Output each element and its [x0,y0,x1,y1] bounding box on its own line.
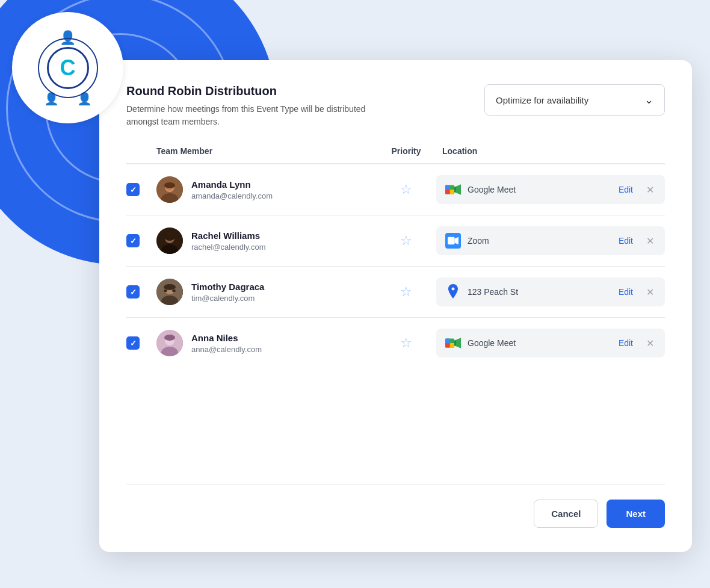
rachel-member-cell: Rachel Williams rachel@calendly.com [156,227,376,254]
amanda-checkbox[interactable]: ✓ [126,183,140,196]
anna-member-cell: Anna Niles anna@calendly.com [156,330,376,356]
timothy-info: Timothy Dagraca tim@calendly.com [191,282,264,303]
modal-header: Round Robin Distributuon Determine how m… [126,84,665,128]
svg-rect-32 [454,341,455,346]
rachel-remove-button[interactable]: ✕ [644,235,656,247]
modal-footer: Cancel Next [126,484,665,528]
anna-star-icon[interactable]: ☆ [400,335,412,351]
amanda-location-cell: Google Meet Edit ✕ [436,175,665,204]
rachel-location-name: Zoom [468,236,608,246]
amanda-info: Amanda Lynn amanda@calendly.com [191,179,273,200]
table-header-row: Team Member Priority Location [126,146,665,164]
timothy-location-badge: 123 Peach St Edit ✕ [436,277,665,306]
svg-rect-28 [445,338,450,343]
table-row: ✓ Timothy Dagraca tim@calendly [126,267,665,318]
logo-orbit-ring [38,38,98,98]
rachel-checkbox[interactable]: ✓ [126,234,140,247]
dropdown-container: Optimize for availability ⌄ [484,84,665,116]
zoom-icon [445,232,461,249]
anna-edit-button[interactable]: Edit [614,338,638,348]
svg-point-26 [164,335,175,341]
modal-description: Determine how meetings from this Event T… [126,103,379,128]
check-icon: ✓ [130,237,137,246]
gmeet-icon [445,335,461,351]
timothy-avatar [156,279,183,305]
cancel-button[interactable]: Cancel [534,500,598,528]
svg-marker-16 [455,237,458,245]
anna-name: Anna Niles [191,333,262,343]
team-table: Team Member Priority Location ✓ [126,146,665,478]
amanda-edit-button[interactable]: Edit [614,185,638,194]
table-row: ✓ Rachel Williams rachel@calendly.com [126,215,665,267]
amanda-member-cell: Amanda Lynn amanda@calendly.com [156,176,376,203]
main-modal: Round Robin Distributuon Determine how m… [99,60,692,552]
dropdown-label: Optimize for availability [496,95,588,105]
timothy-location-cell: 123 Peach St Edit ✕ [436,277,665,306]
amanda-avatar [156,176,183,203]
timothy-checkbox[interactable]: ✓ [126,285,140,299]
anna-checkbox[interactable]: ✓ [126,336,140,350]
logo-container: 👤 C 👤 👤 [12,12,123,123]
rachel-location-badge: Zoom Edit ✕ [436,226,665,255]
svg-point-14 [164,234,175,241]
svg-rect-29 [450,343,455,348]
rachel-edit-button[interactable]: Edit [614,236,638,246]
logo-c-circle: C [47,47,89,89]
check-icon: ✓ [130,185,137,194]
timothy-location-name: 123 Peach St [468,287,608,297]
svg-rect-8 [445,190,450,194]
svg-rect-15 [448,237,455,245]
modal-title-block: Round Robin Distributuon Determine how m… [126,84,484,128]
check-icon: ✓ [130,339,137,348]
pin-icon [445,283,461,300]
svg-rect-7 [450,190,455,194]
rachel-avatar [156,227,183,254]
gmeet-icon [445,181,461,198]
rachel-info: Rachel Williams rachel@calendly.com [191,231,266,252]
amanda-star-icon[interactable]: ☆ [400,182,412,197]
th-team-member: Team Member [156,146,376,156]
chevron-down-icon: ⌄ [644,93,653,107]
anna-avatar [156,330,183,356]
anna-remove-button[interactable]: ✕ [644,338,656,349]
timothy-priority-cell: ☆ [376,284,436,300]
svg-rect-30 [445,343,450,348]
svg-point-4 [164,182,175,188]
amanda-location-name: Google Meet [468,185,608,194]
rachel-location-cell: Zoom Edit ✕ [436,226,665,255]
anna-location-name: Google Meet [468,338,608,348]
timothy-name: Timothy Dagraca [191,282,264,292]
timothy-star-icon[interactable]: ☆ [400,284,412,300]
rachel-email: rachel@calendly.com [191,243,266,252]
amanda-remove-button[interactable]: ✕ [644,184,656,196]
anna-location-badge: Google Meet Edit ✕ [436,329,665,357]
timothy-member-cell: Timothy Dagraca tim@calendly.com [156,279,376,305]
rachel-star-icon[interactable]: ☆ [400,233,412,249]
table-row: ✓ Anna Niles anna@calendly.com [126,318,665,368]
timothy-edit-button[interactable]: Edit [614,287,638,297]
timothy-remove-button[interactable]: ✕ [644,286,656,298]
svg-rect-10 [454,187,455,193]
anna-priority-cell: ☆ [376,335,436,351]
svg-point-21 [164,289,167,292]
check-icon: ✓ [130,288,137,297]
amanda-priority-cell: ☆ [376,182,436,197]
distribution-dropdown[interactable]: Optimize for availability ⌄ [484,84,665,116]
svg-point-22 [172,289,176,292]
svg-rect-6 [445,185,450,190]
anna-location-cell: Google Meet Edit ✕ [436,329,665,357]
next-button[interactable]: Next [607,500,665,528]
amanda-location-badge: Google Meet Edit ✕ [436,175,665,204]
svg-point-20 [164,284,176,290]
rachel-priority-cell: ☆ [376,233,436,249]
amanda-name: Amanda Lynn [191,179,273,190]
anna-email: anna@calendly.com [191,345,262,354]
anna-info: Anna Niles anna@calendly.com [191,333,262,354]
table-row: ✓ Amanda Lynn amanda@calendly.com [126,164,665,215]
rachel-name: Rachel Williams [191,231,266,241]
logo-inner: 👤 C 👤 👤 [44,30,92,106]
timothy-email: tim@calendly.com [191,294,264,303]
th-location: Location [436,146,665,156]
modal-title: Round Robin Distributuon [126,84,484,98]
th-priority: Priority [376,146,436,156]
